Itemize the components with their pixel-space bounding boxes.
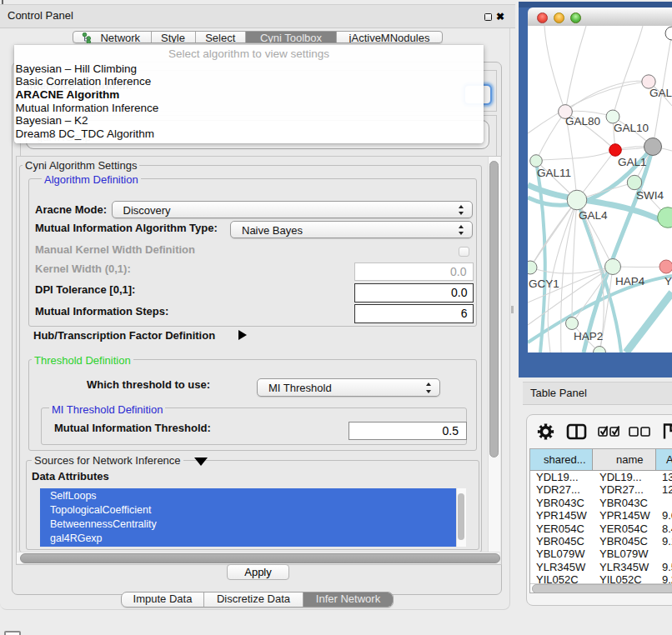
svg-text:HAP4: HAP4	[615, 275, 645, 288]
svg-text:GAL4: GAL4	[579, 209, 608, 222]
svg-text:GAL80: GAL80	[565, 115, 600, 128]
svg-text:GAL1: GAL1	[618, 156, 647, 168]
svg-text:GAL11: GAL11	[537, 167, 571, 179]
svg-text:GAL: GAL	[649, 87, 672, 99]
svg-text:GCY1: GCY1	[529, 278, 559, 290]
svg-text:Y: Y	[664, 275, 672, 288]
svg-text:GAL10: GAL10	[614, 122, 649, 134]
svg-text:HAP2: HAP2	[574, 330, 603, 342]
svg-text:SWI4: SWI4	[636, 189, 664, 202]
